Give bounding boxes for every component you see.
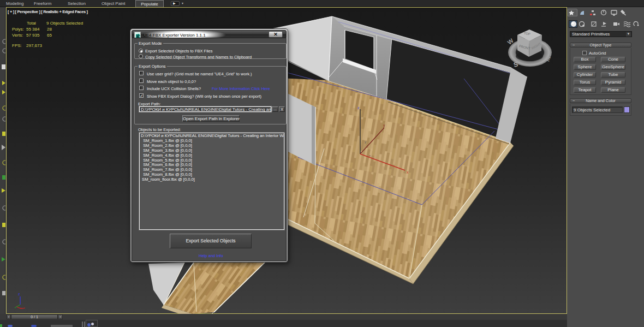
svg-text:y: y [365,140,366,144]
svg-text:x: x [369,154,371,157]
svg-text:y: y [383,123,385,128]
svg-text:x: x [407,170,409,174]
svg-text:z: z [18,292,20,296]
svg-text:z: z [357,106,360,110]
